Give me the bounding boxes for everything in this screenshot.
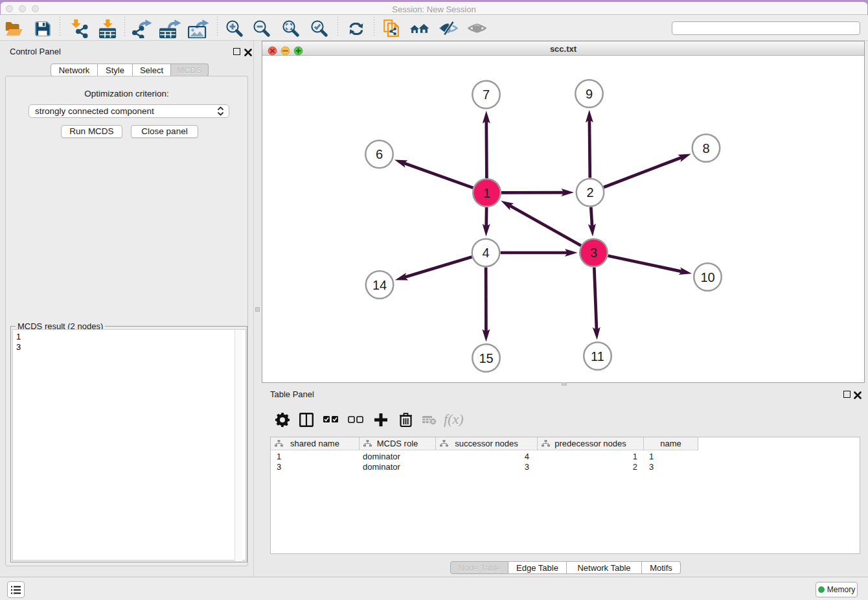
svg-text:9: 9 [586, 87, 593, 101]
svg-text:2: 2 [586, 185, 593, 200]
svg-text:8: 8 [702, 141, 709, 156]
svg-text:14: 14 [372, 278, 387, 292]
svg-text:1: 1 [483, 186, 490, 200]
svg-text:4: 4 [482, 246, 489, 260]
svg-text:10: 10 [700, 270, 714, 284]
svg-text:11: 11 [591, 349, 604, 363]
svg-text:3: 3 [590, 246, 597, 260]
svg-text:7: 7 [483, 87, 490, 102]
svg-text:15: 15 [479, 351, 493, 365]
svg-text:6: 6 [376, 147, 383, 161]
